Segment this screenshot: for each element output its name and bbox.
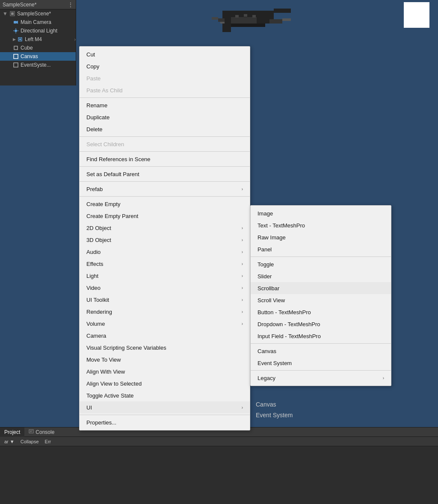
submenu-item-input-field-tmp[interactable]: Input Field - TextMeshPro [251,330,391,342]
menu-item-volume[interactable]: Volume › [80,318,250,330]
submenu-item-slider[interactable]: Slider [251,270,391,282]
submenu-item-toggle[interactable]: Toggle [251,258,391,270]
menu-item-camera[interactable]: Camera [80,330,250,342]
menu-item-rendering[interactable]: Rendering › [80,306,250,318]
ui-toolkit-arrow: › [242,298,243,302]
hierarchy-item-directional-light[interactable]: Directional Light [0,27,76,35]
bottom-panel: Project Console ar ▼ Collapse Err [0,427,438,504]
submenu-item-scroll-view[interactable]: Scroll View [251,294,391,306]
menu-item-video[interactable]: Video › [80,282,250,294]
eventsystem-icon [13,62,19,68]
menu-item-cut[interactable]: Cut [80,48,250,60]
submenu-divider-3 [251,370,391,371]
submenu-item-legacy[interactable]: Legacy › [251,372,391,384]
legacy-arrow: › [383,376,384,380]
svg-rect-13 [252,15,256,18]
3d-object-arrow: › [242,238,243,242]
divider-6 [80,196,250,197]
hierarchy-menu-icon[interactable]: ⋮ [68,2,73,8]
menu-item-align-with-view[interactable]: Align With View [80,365,250,377]
hierarchy-item-left-m4[interactable]: ▶ Left M4 › [0,35,76,44]
svg-rect-5 [218,18,225,22]
menu-item-visual-scripting[interactable]: Visual Scripting Scene Variables [80,342,250,354]
rendering-arrow: › [242,309,243,314]
menu-item-light[interactable]: Light › [80,270,250,282]
svg-marker-17 [17,21,18,24]
svg-rect-7 [231,24,265,27]
svg-rect-1 [274,9,291,13]
hierarchy-panel: SampleScene* ⋮ ▼ SampleScene* Main Camer… [0,0,76,85]
menu-item-ui-toolkit[interactable]: UI Toolkit › [80,294,250,306]
svg-rect-25 [14,46,18,50]
submenu-item-dropdown-tmp[interactable]: Dropdown - TextMeshPro [251,318,391,330]
divider-2 [80,136,250,137]
ui-submenu: Image Text - TextMeshPro Raw Image Panel… [250,205,391,386]
hierarchy-item-main-camera[interactable]: Main Camera [0,18,76,27]
svg-rect-9 [282,18,291,21]
hierarchy-header: SampleScene* ⋮ [0,0,76,9]
menu-item-properties[interactable]: Properties... [80,416,250,428]
svg-rect-8 [269,19,282,24]
menu-item-move-to-view[interactable]: Move To View [80,354,250,365]
eventsystem-label: EventSyste... [21,62,51,68]
canvas-icon [13,53,19,59]
ui-arrow: › [242,405,243,410]
menu-item-prefab[interactable]: Prefab › [80,183,250,195]
divider-1 [80,97,250,98]
toolbar-ar[interactable]: ar ▼ [3,439,16,444]
canvas-event-text: Canvas Event System [256,399,293,421]
submenu-item-panel[interactable]: Panel [251,243,391,255]
svg-rect-15 [11,12,14,15]
hierarchy-item-canvas[interactable]: Canvas [0,52,76,61]
menu-item-delete[interactable]: Delete [80,123,250,135]
menu-item-audio[interactable]: Audio › [80,246,250,258]
toolbar-collapse[interactable]: Collapse [19,439,41,444]
menu-item-effects[interactable]: Effects › [80,258,250,270]
tab-project[interactable]: Project [0,427,24,437]
menu-item-3d-object[interactable]: 3D Object › [80,234,250,246]
menu-item-create-empty[interactable]: Create Empty [80,198,250,210]
svg-rect-28 [29,430,33,433]
menu-item-ui[interactable]: UI › [80,401,250,413]
context-menu: Cut Copy Paste Paste As Child Rename Dup… [79,46,250,430]
divider-5 [80,181,250,182]
hierarchy-item-eventsystem[interactable]: EventSyste... [0,61,76,69]
white-square [404,2,429,28]
left-m4-arrow: › [74,37,76,42]
svg-rect-16 [14,21,17,24]
menu-item-toggle-active[interactable]: Toggle Active State [80,389,250,401]
submenu-divider-2 [251,343,391,344]
tab-console[interactable]: Console [24,427,59,437]
submenu-item-canvas[interactable]: Canvas [251,345,391,357]
toolbar-err[interactable]: Err [43,439,53,444]
menu-item-duplicate[interactable]: Duplicate [80,111,250,123]
divider-3 [80,151,250,152]
svg-rect-26 [14,54,18,59]
submenu-item-raw-image[interactable]: Raw Image [251,231,391,243]
submenu-item-text-tmp[interactable]: Text - TextMeshPro [251,219,391,231]
menu-item-align-view-to-selected[interactable]: Align View to Selected [80,377,250,389]
left-m4-label: Left M4 [25,36,42,42]
hierarchy-item-cube[interactable]: Cube [0,44,76,52]
camera-icon [13,19,19,25]
cube-icon [13,45,19,51]
menu-item-select-children: Select Children [80,138,250,150]
submenu-item-scrollbar[interactable]: Scrollbar [251,282,391,294]
submenu-item-image[interactable]: Image [251,207,391,219]
menu-item-set-default-parent[interactable]: Set as Default Parent [80,168,250,180]
svg-rect-12 [244,14,247,17]
menu-item-find-references[interactable]: Find References in Scene [80,153,250,165]
video-arrow: › [242,286,243,290]
scene-icon [10,11,15,16]
submenu-item-button-tmp[interactable]: Button - TextMeshPro [251,306,391,318]
submenu-item-event-system[interactable]: Event System [251,357,391,369]
svg-rect-6 [212,17,218,20]
canvas-label: Canvas [21,53,38,59]
light-menu-arrow: › [242,274,243,278]
menu-item-paste-as-child: Paste As Child [80,84,250,96]
svg-rect-3 [231,17,257,24]
menu-item-copy[interactable]: Copy [80,60,250,72]
menu-item-create-empty-parent[interactable]: Create Empty Parent [80,210,250,222]
menu-item-2d-object[interactable]: 2D Object › [80,222,250,234]
menu-item-rename[interactable]: Rename [80,99,250,111]
